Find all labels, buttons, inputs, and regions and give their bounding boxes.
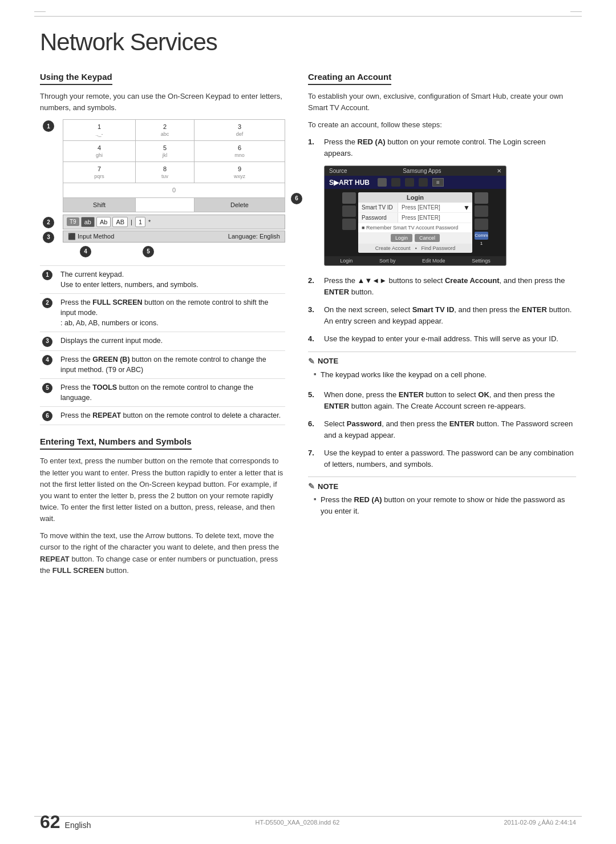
- password-value: Press [ENTER]: [398, 213, 444, 223]
- create-account-section: Creating an Account To establish your ow…: [308, 72, 576, 520]
- step-5-text: When done, press the ENTER button to sel…: [324, 389, 576, 411]
- note-1-heading: ✎ NOTE: [308, 357, 576, 366]
- remember-text: ■ Remember Smart TV Account Password: [362, 225, 458, 231]
- note-icon-2: ✎: [308, 482, 315, 491]
- callout-4-label: 4: [80, 246, 91, 257]
- content-area: Network Services Using the Keypad Throug…: [0, 0, 616, 628]
- create-account-link: Create Account: [375, 245, 411, 251]
- callout-row-3: 3 Displays the current input mode.: [40, 332, 285, 350]
- entering-text-heading: Entering Text, Numbers and Symbols: [40, 437, 192, 450]
- page-title: Network Services: [40, 29, 576, 56]
- callout-row-2: 2 Press the FULL SCREEN button on the re…: [40, 294, 285, 332]
- mode-separator2: *: [148, 219, 151, 225]
- keypad-diagram: 1 1.,_- 2abc 3def 4ghi 5jkl: [63, 119, 285, 243]
- note-1-list: The keypad works like the keypad on a ce…: [308, 369, 576, 381]
- remember-password-row: ■ Remember Smart TV Account Password: [358, 223, 472, 232]
- input-method-label: ⬛ Input Method: [68, 233, 114, 240]
- step-7-num: 7.: [308, 447, 318, 470]
- callout-1-label: 1: [43, 120, 54, 132]
- footer-filename: HT-D5500_XAA_0208.indd 62: [255, 819, 339, 826]
- callout-descriptions: 1 The current keypad.Use to enter letter…: [40, 265, 285, 426]
- language-label: Language: English: [228, 233, 280, 240]
- callout-num-4: 4: [42, 355, 52, 365]
- step-4: 4. Use the keypad to enter your e-mail a…: [308, 333, 576, 345]
- mode-separator: |: [131, 219, 132, 225]
- step-5-num: 5.: [308, 389, 318, 411]
- top-horizontal-rule: [34, 16, 582, 17]
- note-2-heading: ✎ NOTE: [308, 482, 576, 491]
- step-5: 5. When done, press the ENTER button to …: [308, 389, 576, 411]
- bottom-sortby: Sort by: [379, 258, 396, 264]
- bottom-settings: Settings: [472, 258, 491, 264]
- callout-text-2: Press the FULL SCREEN button on the remo…: [58, 294, 285, 332]
- left-column: Using the Keypad Through your remote, yo…: [40, 72, 285, 582]
- create-account-heading: Creating an Account: [308, 72, 391, 85]
- shift-key: Shift: [63, 197, 136, 212]
- note-2-item-1: Press the RED (A) button on your remote …: [314, 494, 576, 516]
- AB-button: AB: [112, 217, 128, 227]
- keypad-section: Using the Keypad Through your remote, yo…: [40, 72, 285, 425]
- step-1-text: Press the RED (A) button on your remote …: [324, 136, 576, 159]
- step-6-num: 6.: [308, 418, 318, 441]
- step-6: 6. Select Password, and then press the E…: [308, 418, 576, 441]
- callout-row-4: 4 Press the GREEN (B) button on the remo…: [40, 350, 285, 378]
- hub-tab-3: [405, 178, 414, 187]
- step-2: 2. Press the ▲▼◄► buttons to select Crea…: [308, 275, 576, 297]
- step-6-text: Select Password, and then press the ENTE…: [324, 418, 576, 441]
- password-label: Password: [358, 213, 398, 223]
- create-account-intro2: To create an account, follow these steps…: [308, 119, 576, 131]
- bottom-login: Login: [340, 258, 352, 264]
- step-3-text: On the next screen, select Smart TV ID, …: [324, 304, 576, 326]
- step-4-num: 4.: [308, 333, 318, 345]
- top-right-corner-line: [570, 11, 582, 12]
- step-4-text: Use the keypad to enter your e-mail addr…: [324, 333, 558, 345]
- hub-title: S▶ART HUB: [329, 179, 370, 187]
- smart-tv-id-value: Press [ENTER]: [398, 203, 444, 212]
- callout-row-1: 1 The current keypad.Use to enter letter…: [40, 265, 285, 293]
- note-1-item-1: The keypad works like the keypad on a ce…: [314, 369, 576, 381]
- right-column: Creating an Account To establish your ow…: [308, 72, 576, 526]
- callout-text-1: The current keypad.Use to enter letters,…: [58, 265, 285, 293]
- callout-num-2: 2: [42, 298, 52, 308]
- callout-6-label: 6: [291, 193, 302, 204]
- ab-button: ab: [81, 217, 95, 227]
- note-1-label: NOTE: [318, 357, 338, 365]
- smart-tv-id-row: Smart TV ID Press [ENTER] ▼: [358, 203, 472, 213]
- step-3: 3. On the next screen, select Smart TV I…: [308, 304, 576, 326]
- find-password-link: Find Password: [422, 245, 456, 251]
- note-box-2: ✎ NOTE Press the RED (A) button on your …: [308, 476, 576, 520]
- callout-text-5: Press the TOOLS button on the remote con…: [58, 378, 285, 406]
- cancel-button: Cancel: [415, 234, 440, 242]
- link-sep: ▪: [415, 245, 416, 251]
- login-button: Login: [391, 234, 412, 242]
- dropdown-arrow: ▼: [463, 204, 472, 212]
- samsung-apps-label: Samsung Apps: [403, 168, 441, 174]
- num-button: 1: [135, 217, 145, 227]
- callout-row-5: 5 Press the TOOLS button on the remote c…: [40, 378, 285, 406]
- keypad-section-heading: Using the Keypad: [40, 72, 112, 85]
- two-column-layout: Using the Keypad Through your remote, yo…: [40, 72, 576, 582]
- Ab-button: Ab: [96, 217, 111, 227]
- close-x: ✕: [497, 168, 501, 174]
- steps-list-2: 2. Press the ▲▼◄► buttons to select Crea…: [308, 275, 576, 345]
- login-modal-overlay: Login Smart TV ID Press [ENTER] ▼ Passwo…: [325, 189, 506, 256]
- bottom-editmode: Edit Mode: [422, 258, 445, 264]
- footer-timestamp: 2011-02-09 ¿ÀÀû 2:44:14: [504, 819, 576, 826]
- callout-num-3: 3: [42, 337, 52, 347]
- step-1-num: 1.: [308, 136, 318, 159]
- callout-5-label: 5: [143, 246, 154, 257]
- login-dialog-box: Login Smart TV ID Press [ENTER] ▼ Passwo…: [358, 192, 472, 253]
- entering-text-section: Entering Text, Numbers and Symbols To en…: [40, 437, 285, 576]
- note-2-list: Press the RED (A) button on your remote …: [308, 494, 576, 516]
- callout-num-1: 1: [42, 270, 52, 280]
- callout-3-label: 3: [43, 232, 54, 243]
- steps-list-1: 1. Press the RED (A) button on your remo…: [308, 136, 576, 159]
- password-row: Password Press [ENTER]: [358, 213, 472, 223]
- note-box-1: ✎ NOTE The keypad works like the keypad …: [308, 352, 576, 384]
- callout-text-6: Press the REPEAT button on the remote co…: [58, 407, 285, 425]
- note-2-label: NOTE: [318, 482, 338, 491]
- hub-tab-2: [391, 178, 400, 187]
- source-label: Source: [329, 168, 347, 174]
- entering-text-para1: To enter text, press the number button o…: [40, 455, 285, 524]
- login-bottom-bar: Login Sort by Edit Mode Settings: [325, 256, 506, 265]
